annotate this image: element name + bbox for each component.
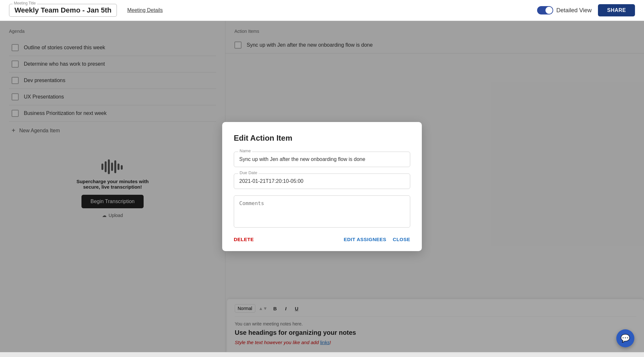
due-date-input[interactable]: [234, 174, 410, 189]
modal-title: Edit Action Item: [234, 134, 410, 143]
chat-icon: 💬: [620, 334, 630, 343]
comments-field-group: [234, 195, 410, 229]
modal-actions: DELETE EDIT ASSIGNEES CLOSE: [234, 237, 410, 242]
detailed-view-toggle-container: Detailed View: [537, 6, 592, 14]
edit-action-item-modal: Edit Action Item Name Due Date DELETE ED…: [222, 122, 422, 251]
meeting-title-label: Meeting Title: [13, 1, 37, 5]
due-date-field-group: Due Date: [234, 174, 410, 189]
share-button[interactable]: SHARE: [598, 4, 635, 16]
chat-bubble[interactable]: 💬: [616, 329, 634, 347]
detailed-view-toggle[interactable]: [537, 6, 553, 14]
meeting-title-wrapper: Meeting Title Weekly Team Demo - Jan 5th: [9, 4, 117, 17]
main-content: Agenda Outline of stories covered this w…: [0, 21, 644, 352]
header-left: Meeting Title Weekly Team Demo - Jan 5th…: [9, 4, 163, 17]
header: Meeting Title Weekly Team Demo - Jan 5th…: [0, 0, 644, 21]
toggle-knob: [545, 7, 553, 14]
name-label: Name: [238, 148, 252, 153]
meeting-details-link[interactable]: Meeting Details: [127, 7, 163, 13]
name-input[interactable]: [234, 152, 410, 167]
delete-button[interactable]: DELETE: [234, 237, 254, 242]
header-right: Detailed View SHARE: [537, 4, 635, 16]
detailed-view-label: Detailed View: [556, 7, 592, 14]
edit-assignees-button[interactable]: EDIT ASSIGNEES: [344, 237, 386, 242]
meeting-title: Weekly Team Demo - Jan 5th: [14, 6, 111, 14]
modal-overlay: Edit Action Item Name Due Date DELETE ED…: [0, 21, 644, 352]
due-date-label: Due Date: [238, 170, 259, 175]
name-field-group: Name: [234, 152, 410, 167]
modal-right-actions: EDIT ASSIGNEES CLOSE: [344, 237, 411, 242]
close-button[interactable]: CLOSE: [393, 237, 410, 242]
comments-textarea[interactable]: [234, 195, 410, 228]
